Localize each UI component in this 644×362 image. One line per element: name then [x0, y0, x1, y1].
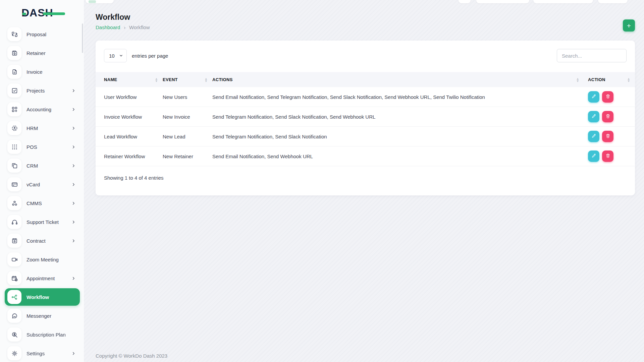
sidebar-item-messenger[interactable]: Messenger: [0, 306, 84, 325]
sidebar-item-accounting[interactable]: Accounting: [0, 100, 84, 119]
sidebar-item-label: Invoice: [26, 69, 43, 75]
entries-per-page-select[interactable]: 10: [104, 49, 127, 62]
pencil-icon: [591, 133, 597, 140]
hrm-icon: [7, 121, 21, 135]
topbar-clipped-search: [86, 0, 114, 3]
edit-button[interactable]: [588, 91, 599, 103]
sidebar-item-label: HRM: [26, 125, 38, 131]
page-title: Workflow: [96, 13, 635, 22]
sidebar-item-label: vCard: [26, 182, 40, 187]
sort-arrows-icon[interactable]: ▴▾: [628, 77, 630, 82]
logo-green-dot: [22, 13, 26, 15]
sidebar-item-zoom-meeting[interactable]: Zoom Meeting: [0, 250, 84, 269]
delete-button[interactable]: [602, 131, 613, 142]
sidebar-item-subscription-plan[interactable]: Subscription Plan: [0, 325, 84, 344]
cell-action: [584, 127, 635, 146]
breadcrumb-current: Workflow: [129, 24, 150, 30]
edit-button[interactable]: [588, 131, 599, 142]
sidebar-item-projects[interactable]: Projects: [0, 81, 84, 100]
chevron-right-icon: [71, 351, 76, 356]
workflow-table-body: User WorkflowNew UsersSend Email Notific…: [96, 87, 635, 166]
app-logo[interactable]: DASH: [21, 7, 72, 21]
topbar-clipped-widget: [533, 0, 593, 3]
pos-icon: [7, 140, 21, 154]
trash-icon: [605, 113, 611, 120]
sidebar-item-hrm[interactable]: HRM: [0, 119, 84, 137]
workflow-table: NAME▴▾ EVENT▴▾ ACTIONS▴▾ ACTION▴▾ User W…: [96, 72, 635, 166]
cell-event: New Users: [163, 87, 212, 107]
sidebar-scrollbar[interactable]: [82, 23, 83, 53]
cell-actions: Send Telegram Notification, Send Slack N…: [212, 107, 584, 127]
cell-actions: Send Email Notification, Send Webhook UR…: [212, 146, 584, 166]
cell-action: [584, 146, 635, 166]
sidebar-item-settings[interactable]: Settings: [0, 344, 84, 362]
messenger-icon: [7, 309, 21, 323]
sort-arrows-icon[interactable]: ▴▾: [156, 77, 157, 82]
add-workflow-button[interactable]: +: [623, 19, 635, 32]
cell-event: New Retainer: [163, 146, 212, 166]
workflow-table-card: 10 entries per page NAME▴▾ EVENT▴▾ ACTIO…: [96, 41, 635, 195]
entries-per-page-value: 10: [109, 53, 115, 59]
chevron-right-icon: [71, 145, 76, 149]
sidebar-item-label: POS: [26, 144, 37, 150]
table-controls: 10 entries per page: [96, 41, 635, 62]
chevron-right-icon: [71, 182, 76, 187]
sidebar-item-label: CMMS: [26, 200, 42, 206]
sidebar-nav: ProposalRetainerInvoiceProjectsAccountin…: [0, 25, 84, 362]
entries-per-page-label: entries per page: [132, 53, 168, 59]
sidebar-item-appointment[interactable]: Appointment: [0, 269, 84, 288]
sidebar-item-crm[interactable]: CRM: [0, 156, 84, 175]
breadcrumb: Dashboard › Workflow: [96, 24, 635, 30]
subscription-plan-icon: [7, 327, 21, 342]
sort-arrows-icon[interactable]: ▴▾: [577, 77, 579, 82]
sidebar-item-label: Subscription Plan: [26, 332, 66, 338]
chevron-right-icon: [71, 239, 76, 243]
cell-name: Lead Workflow: [96, 127, 163, 146]
column-header-action[interactable]: ACTION▴▾: [584, 72, 635, 87]
table-row: Lead WorkflowNew LeadSend Telegram Notif…: [96, 127, 635, 146]
column-header-name[interactable]: NAME▴▾: [96, 72, 163, 87]
breadcrumb-separator: ›: [124, 25, 125, 30]
sidebar-item-retainer[interactable]: Retainer: [0, 44, 84, 62]
table-row: User WorkflowNew UsersSend Email Notific…: [96, 87, 635, 107]
chevron-down-icon: [119, 54, 123, 58]
sidebar-item-vcard[interactable]: vCard: [0, 175, 84, 194]
sidebar-item-label: CRM: [26, 163, 38, 169]
sidebar-item-contract[interactable]: Contract: [0, 231, 84, 250]
delete-button[interactable]: [602, 111, 613, 122]
sidebar-item-label: Messenger: [26, 313, 51, 319]
pencil-icon: [591, 94, 597, 100]
sidebar-item-support-ticket[interactable]: Support Ticket: [0, 213, 84, 231]
footer-copyright: Copyright © WorkDo Dash 2023: [96, 353, 167, 359]
breadcrumb-dashboard-link[interactable]: Dashboard: [96, 24, 120, 30]
edit-button[interactable]: [588, 150, 599, 162]
vcard-icon: [7, 177, 21, 191]
delete-button[interactable]: [602, 150, 613, 162]
sidebar-item-cmms[interactable]: CMMS: [0, 194, 84, 213]
settings-icon: [7, 346, 21, 360]
sort-arrows-icon[interactable]: ▴▾: [205, 77, 207, 82]
topbar-clipped-widget: [459, 0, 471, 3]
search-input[interactable]: [557, 49, 627, 62]
cell-action: [584, 107, 635, 127]
chevron-right-icon: [71, 88, 76, 93]
main-content: Workflow Dashboard › Workflow + 10 entri…: [84, 0, 644, 362]
sidebar-item-invoice[interactable]: Invoice: [0, 62, 84, 81]
table-row: Invoice WorkflowNew InvoiceSend Telegram…: [96, 107, 635, 127]
cell-actions: Send Email Notification, Send Telegram N…: [212, 87, 584, 107]
proposal-icon: [7, 27, 21, 41]
sidebar-item-workflow[interactable]: Workflow: [5, 288, 80, 306]
sidebar-item-pos[interactable]: POS: [0, 137, 84, 156]
column-header-actions[interactable]: ACTIONS▴▾: [212, 72, 584, 87]
workflow-icon: [7, 290, 21, 304]
pencil-icon: [591, 113, 597, 120]
column-header-event[interactable]: EVENT▴▾: [163, 72, 212, 87]
sidebar-item-label: Proposal: [26, 32, 46, 37]
row-actions: [588, 131, 635, 142]
chevron-right-icon: [71, 164, 76, 168]
pencil-icon: [591, 153, 597, 160]
delete-button[interactable]: [602, 91, 613, 103]
edit-button[interactable]: [588, 111, 599, 122]
sidebar-item-proposal[interactable]: Proposal: [0, 25, 84, 44]
projects-icon: [7, 83, 21, 98]
